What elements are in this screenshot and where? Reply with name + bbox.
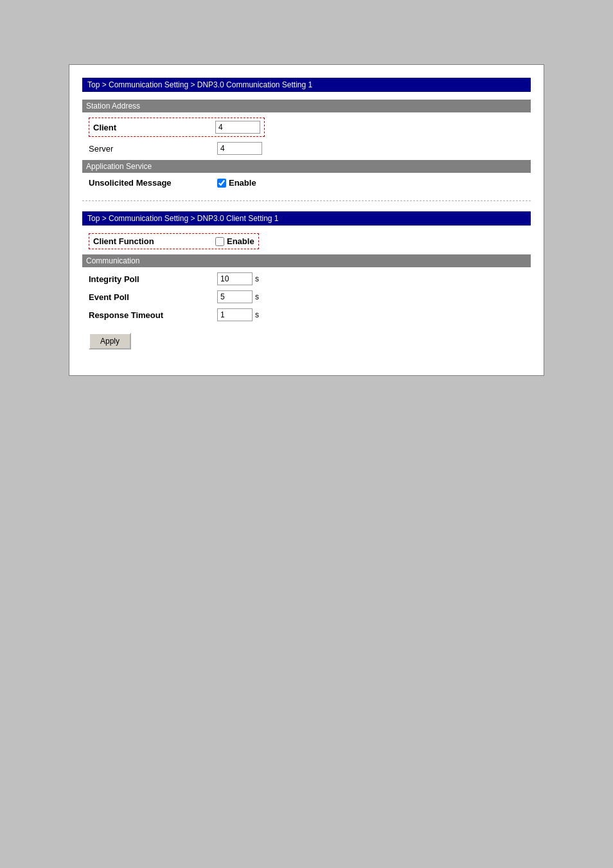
section1: Top > Communication Setting > DNP3.0 Com…: [82, 78, 531, 188]
event-poll-group: s: [217, 290, 259, 303]
application-service-header: Application Service: [82, 160, 531, 173]
breadcrumb2: Top > Communication Setting > DNP3.0 Cli…: [82, 211, 531, 226]
station-address-header: Station Address: [82, 100, 531, 112]
section-divider: [82, 200, 531, 201]
client-input[interactable]: [215, 121, 260, 134]
server-input[interactable]: [217, 142, 262, 155]
breadcrumb1: Top > Communication Setting > DNP3.0 Com…: [82, 78, 531, 92]
communication-header: Communication: [82, 254, 531, 267]
event-poll-row: Event Poll s: [82, 290, 531, 303]
section2: Top > Communication Setting > DNP3.0 Cli…: [82, 211, 531, 350]
integrity-poll-group: s: [217, 272, 259, 285]
integrity-poll-unit: s: [255, 274, 259, 283]
client-function-checkbox[interactable]: [215, 237, 224, 246]
event-poll-input[interactable]: [217, 290, 253, 303]
response-timeout-unit: s: [255, 310, 259, 319]
response-timeout-label: Response Timeout: [89, 310, 217, 320]
unsolicited-enable-label: Enable: [229, 178, 256, 188]
unsolicited-enable-group: Enable: [217, 178, 256, 188]
response-timeout-group: s: [217, 308, 259, 321]
server-row: Server: [82, 142, 531, 155]
event-poll-unit: s: [255, 292, 259, 301]
unsolicited-checkbox[interactable]: [217, 179, 226, 188]
unsolicited-label: Unsolicited Message: [89, 178, 217, 188]
integrity-poll-row: Integrity Poll s: [82, 272, 531, 285]
response-timeout-row: Response Timeout s: [82, 308, 531, 321]
main-container: Top > Communication Setting > DNP3.0 Com…: [69, 64, 544, 376]
client-function-enable-label: Enable: [227, 236, 254, 246]
client-function-label: Client Function: [93, 236, 215, 246]
event-poll-label: Event Poll: [89, 292, 217, 302]
client-label: Client: [93, 123, 215, 132]
response-timeout-input[interactable]: [217, 308, 253, 321]
apply-button[interactable]: Apply: [89, 333, 131, 350]
unsolicited-message-row: Unsolicited Message Enable: [82, 178, 531, 188]
integrity-poll-input[interactable]: [217, 272, 253, 285]
integrity-poll-label: Integrity Poll: [89, 274, 217, 284]
server-label: Server: [89, 144, 217, 154]
client-function-enable-group: Enable: [215, 236, 254, 246]
